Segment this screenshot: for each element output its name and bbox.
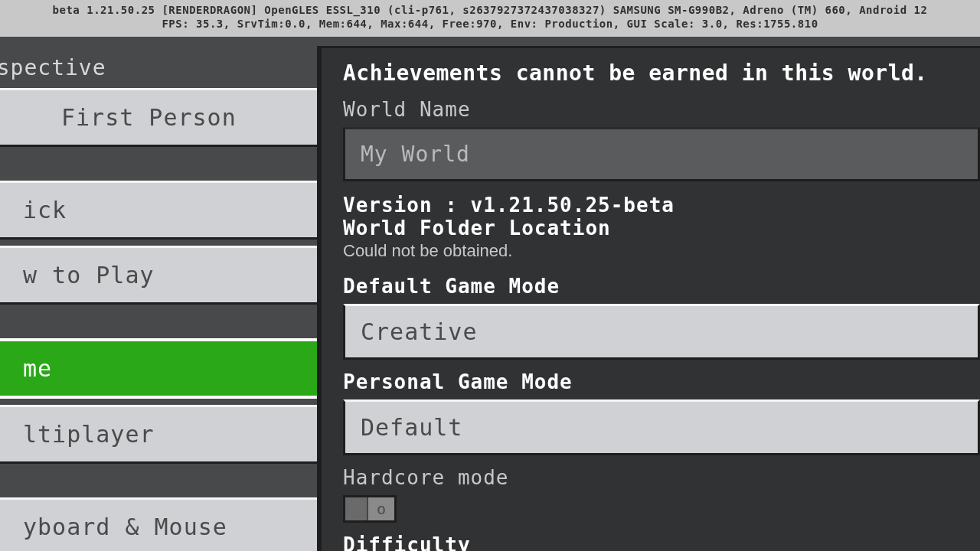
sidebar-item-keyboard-mouse[interactable]: yboard & Mouse <box>0 497 322 551</box>
folder-location-value: Could not be obtained. <box>343 241 980 261</box>
sidebar-item-how-to-play[interactable]: w to Play <box>0 246 322 305</box>
hardcore-mode-label: Hardcore mode <box>343 466 980 489</box>
hardcore-mode-toggle[interactable]: o <box>343 495 397 523</box>
version-text: Version : v1.21.50.25-beta <box>343 194 980 217</box>
sidebar-item-pick[interactable]: ick <box>0 181 322 240</box>
sidebar-item-game[interactable]: me <box>0 338 322 399</box>
toggle-off-indicator: o <box>368 500 394 518</box>
difficulty-label: Difficulty <box>343 533 980 551</box>
default-game-mode-label: Default Game Mode <box>343 275 980 298</box>
sidebar-item-first-person[interactable]: First Person <box>0 88 322 147</box>
debug-overlay: beta 1.21.50.25 [RENDERDRAGON] OpenGLES … <box>0 0 980 37</box>
settings-panel: Achievements cannot be earned in this wo… <box>322 46 980 551</box>
folder-location-label: World Folder Location <box>343 217 980 240</box>
world-name-label: World Name <box>343 98 980 121</box>
sidebar-section-perspective: erspective <box>0 51 317 88</box>
personal-game-mode-label: Personal Game Mode <box>343 370 980 393</box>
personal-game-mode-select[interactable]: Default <box>343 399 980 455</box>
default-game-mode-select[interactable]: Creative <box>343 304 980 360</box>
toggle-knob <box>345 497 368 520</box>
sidebar: erspective First Person ick w to Play me… <box>0 46 322 551</box>
world-name-input[interactable] <box>343 127 980 181</box>
achievements-banner: Achievements cannot be earned in this wo… <box>343 60 980 86</box>
sidebar-item-multiplayer[interactable]: ltiplayer <box>0 405 322 464</box>
